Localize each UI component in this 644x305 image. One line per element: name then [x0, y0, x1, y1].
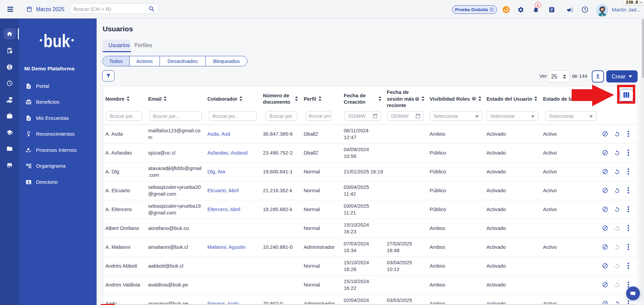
svg-text:?: ? — [473, 97, 475, 100]
svg-text:?: ? — [584, 7, 586, 11]
svg-text:?: ? — [416, 98, 418, 101]
